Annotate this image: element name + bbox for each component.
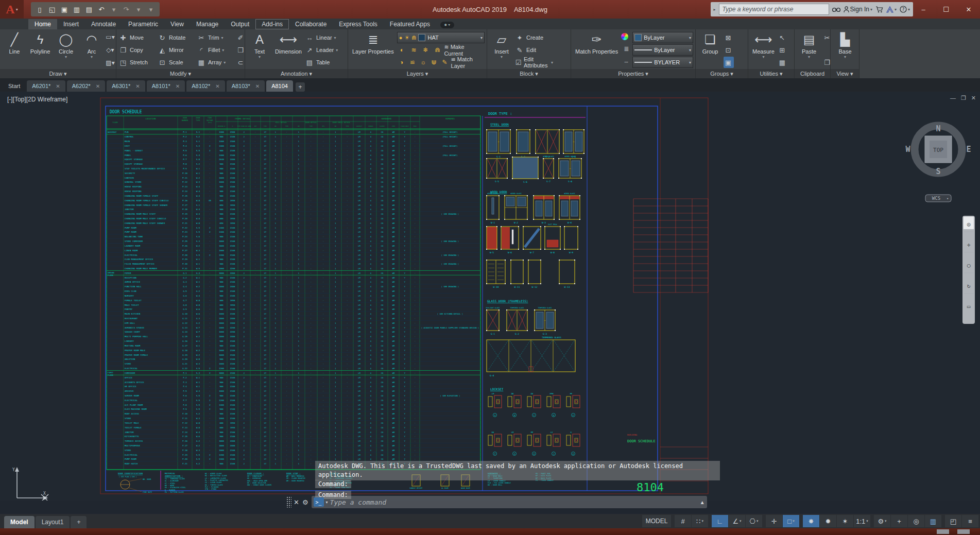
polyline-button[interactable]: ϟPolyline (28, 31, 53, 69)
file-tab-a8102[interactable]: A8102*✕ (186, 80, 225, 92)
panel-label[interactable]: Utilities ▾ (748, 69, 794, 78)
layer-thaw-icon[interactable]: ☼ (419, 58, 428, 67)
measure-button[interactable]: ⟷Measure▾ (750, 31, 777, 69)
layer-mat-icon[interactable]: ✎ (440, 58, 450, 67)
file-tab-a8103[interactable]: A8103*✕ (227, 80, 265, 92)
text-button[interactable]: AText▾ (247, 31, 272, 69)
ribbon-tab-express-tools[interactable]: Express Tools (333, 19, 383, 29)
color-wheel-icon[interactable] (621, 33, 628, 40)
help-icon[interactable]: ? ▾ (900, 6, 910, 13)
undo-icon[interactable]: ↶ (96, 4, 107, 14)
linear-button[interactable]: ↔Linear▾ (305, 32, 343, 43)
panel-label[interactable]: Annotation ▾ (245, 69, 348, 78)
panel-label[interactable]: Properties ▾ (571, 69, 695, 78)
ribbon-tab-output[interactable]: Output (225, 19, 255, 29)
make-current-button[interactable]: ≋ Make Current (444, 44, 485, 56)
ribbon-tab-home[interactable]: Home (28, 19, 57, 29)
layer-ulck-icon[interactable]: ⋓ (429, 58, 439, 67)
ribbon-tab-manage[interactable]: Manage (190, 19, 225, 29)
maximize-button[interactable]: ☐ (935, 0, 957, 19)
statusbar-annotation-visibility[interactable]: ✸ (803, 515, 819, 527)
ribbon-tab-featured-apps[interactable]: Featured Apps (384, 19, 436, 29)
match-layer-button[interactable]: ≌ Match Layer (451, 57, 485, 68)
array-button[interactable]: ▦Array▾ (197, 57, 235, 68)
search-input[interactable]: Type a keyword or phrase (719, 4, 829, 15)
layer-off-icon[interactable]: ◐ (397, 45, 407, 55)
hatch-icon[interactable]: ▨ ▾ (105, 58, 115, 67)
statusbar-isolate-objects[interactable]: ◎ (908, 515, 924, 527)
redo-icon[interactable]: ↷ (121, 4, 132, 14)
offset-button[interactable]: ⊂ (236, 57, 246, 68)
viewport-close-icon[interactable]: ✕ (971, 95, 976, 101)
statusbar-snap-mode[interactable]: ∷▾ (692, 515, 708, 527)
new-icon[interactable]: ▯ (34, 4, 45, 14)
close-tab-icon[interactable]: ✕ (215, 83, 219, 89)
dd-icon[interactable]: ▾ (108, 4, 119, 14)
file-tab-a6301[interactable]: A6301*✕ (107, 80, 145, 92)
panel-label[interactable]: Layers ▾ (348, 69, 487, 78)
layout-tab-model[interactable]: Model (4, 516, 35, 528)
line-button[interactable]: ╱Line (2, 31, 27, 69)
close-tab-icon[interactable]: ✕ (255, 83, 260, 89)
calc-button[interactable]: ▦ (778, 57, 788, 68)
stretch-button[interactable]: ◳Stretch (118, 57, 157, 68)
layer-select[interactable]: ● ☀ ⋒ HAT ▾ (397, 32, 485, 43)
statusbar-annotation-scale-value[interactable]: 1:1▾ (854, 515, 870, 527)
new-drawing-tab-button[interactable]: + (296, 82, 305, 92)
sign-in-button[interactable]: Sign In ▾ (844, 6, 872, 13)
viewport-restore-icon[interactable]: ❐ (961, 95, 966, 101)
close-button[interactable]: ✕ (957, 0, 980, 19)
close-tab-icon[interactable]: ✕ (176, 83, 180, 89)
ungroup-button[interactable]: ⊠ (724, 32, 734, 43)
ribbon-tab-view[interactable]: View (164, 19, 190, 29)
command-bar[interactable]: >_ ▾ Type a command ▲ (312, 496, 707, 508)
groupselect-button[interactable]: ▣ (724, 57, 734, 68)
file-tab-a6202[interactable]: A6202*✕ (67, 80, 105, 92)
command-input[interactable]: Type a command (330, 498, 698, 506)
close-tab-icon[interactable]: ✕ (96, 83, 100, 89)
layer-iso2-icon[interactable]: ≋ (409, 45, 419, 55)
ribbon-display-toggle[interactable]: ⏺ ▾ (440, 22, 454, 28)
linetype-select[interactable]: BYLAYER▾ (632, 57, 693, 68)
layer-frz-icon[interactable]: ❄ (421, 45, 431, 55)
command-close-icon[interactable]: ✕ (294, 498, 299, 506)
rotate-button[interactable]: ↻Rotate (158, 32, 196, 43)
command-history-up-icon[interactable]: ▲ (700, 499, 705, 505)
erase-button[interactable]: ✐ (236, 32, 246, 43)
layer-uniso-icon[interactable]: ≌ (408, 58, 417, 67)
autodesk-exchange-icon[interactable]: ▾ (886, 6, 897, 13)
table-button[interactable]: ▤Table (305, 57, 343, 68)
lineweight-select[interactable]: ByLayer▾ (632, 44, 693, 56)
statusbar-object-snap[interactable]: □▾ (783, 515, 799, 527)
qselect-button[interactable]: ↖ (778, 32, 788, 43)
plot-icon[interactable]: ▤ (83, 4, 95, 14)
qcalc-button[interactable]: ⊞ (778, 44, 788, 56)
layout-tab-layout1[interactable]: Layout1 (36, 516, 70, 528)
file-tab-start[interactable]: Start (3, 80, 25, 92)
open-icon[interactable]: ◱ (46, 4, 58, 14)
binoculars-search-icon[interactable] (832, 6, 840, 12)
base-button[interactable]: ▙Base▾ (833, 31, 857, 69)
statusbar-customization[interactable]: ≡ (962, 515, 978, 527)
ribbon-tab-add-ins[interactable]: Add-ins (255, 19, 289, 29)
insert-button[interactable]: ▱Insert▾ (489, 31, 514, 69)
statusbar-polar-tracking[interactable]: ∠▾ (729, 515, 745, 527)
drawing-canvas[interactable]: DOOR SCHEDULEDOOR TYPE :STEEL DOORWOOD D… (0, 92, 980, 501)
drawing-viewport[interactable]: DOOR SCHEDULEDOOR TYPE :STEEL DOORWOOD D… (0, 92, 980, 501)
scale-button[interactable]: ⊡Scale (158, 57, 196, 68)
layer-on2-icon[interactable]: ◑ (397, 58, 406, 67)
dock-grip-handle[interactable] (286, 496, 291, 508)
panel-label[interactable]: Modify ▾ (116, 69, 245, 78)
autocad-logo[interactable]: A▾ (0, 0, 24, 19)
save-icon[interactable]: ▣ (59, 4, 70, 14)
trim-button[interactable]: ✂Trim▾ (197, 32, 235, 43)
close-tab-icon[interactable]: ✕ (135, 83, 140, 89)
panel-label[interactable]: View ▾ (831, 69, 859, 78)
minimize-button[interactable]: – (912, 0, 935, 19)
file-tab-a8104[interactable]: A8104 (266, 80, 293, 92)
panel-label[interactable]: Block ▾ (487, 69, 571, 78)
create-button[interactable]: ✦Create (515, 32, 553, 43)
statusbar-autoscale[interactable]: ✹ (820, 515, 836, 527)
statusbar-grid-display[interactable]: # (675, 515, 691, 527)
model-space-button[interactable]: MODEL (642, 515, 671, 527)
